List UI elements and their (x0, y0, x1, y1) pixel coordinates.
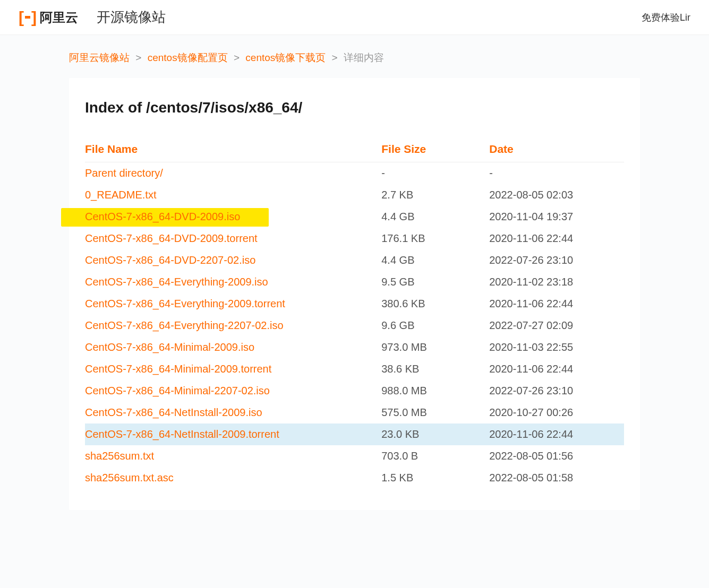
column-header-name: File Name (85, 137, 381, 162)
file-date: 2022-08-05 02:03 (489, 184, 624, 206)
table-row: sha256sum.txt.asc1.5 KB2022-08-05 01:58 (85, 467, 624, 489)
aliyun-logo-icon[interactable]: [ ] 阿里云 (19, 8, 78, 27)
breadcrumb-sep: > (135, 52, 141, 63)
file-date: 2020-11-06 22:44 (489, 293, 624, 315)
file-size: 973.0 MB (381, 336, 489, 358)
file-date: 2020-11-06 22:44 (489, 358, 624, 380)
breadcrumb-sep: > (332, 52, 338, 63)
file-link[interactable]: CentOS-7-x86_64-NetInstall-2009.torrent (85, 428, 279, 440)
table-row: CentOS-7-x86_64-Minimal-2207-02.iso988.0… (85, 380, 624, 402)
file-size: 4.4 GB (381, 206, 489, 228)
table-row: CentOS-7-x86_64-Everything-2207-02.iso9.… (85, 315, 624, 336)
table-row: CentOS-7-x86_64-DVD-2009.iso4.4 GB2020-1… (85, 206, 624, 228)
table-row: CentOS-7-x86_64-Everything-2009.iso9.5 G… (85, 271, 624, 293)
file-link[interactable]: CentOS-7-x86_64-Minimal-2009.torrent (85, 363, 271, 375)
file-link[interactable]: CentOS-7-x86_64-Everything-2009.iso (85, 276, 268, 288)
file-date: 2022-07-26 23:10 (489, 380, 624, 402)
file-link[interactable]: sha256sum.txt (85, 450, 154, 462)
file-link[interactable]: 0_README.txt (85, 189, 156, 201)
file-link[interactable]: CentOS-7-x86_64-Minimal-2207-02.iso (85, 385, 270, 396)
file-link[interactable]: CentOS-7-x86_64-DVD-2009.iso (85, 211, 240, 222)
table-row: CentOS-7-x86_64-DVD-2009.torrent176.1 KB… (85, 228, 624, 249)
table-row: CentOS-7-x86_64-NetInstall-2009.torrent2… (85, 423, 624, 445)
file-date: 2022-08-05 01:56 (489, 445, 624, 467)
table-row: Parent directory/-- (85, 162, 624, 185)
breadcrumb: 阿里云镜像站 > centos镜像配置页 > centos镜像下载页 > 详细内… (0, 35, 709, 78)
file-date: 2022-08-05 01:58 (489, 467, 624, 489)
file-link[interactable]: CentOS-7-x86_64-Everything-2009.torrent (85, 298, 285, 309)
column-header-date: Date (489, 137, 624, 162)
file-size: - (381, 162, 489, 185)
content-card: Index of /centos/7/isos/x86_64/ File Nam… (69, 78, 640, 510)
breadcrumb-current: 详细内容 (344, 52, 384, 63)
file-date: 2022-07-26 23:10 (489, 249, 624, 271)
file-link[interactable]: Parent directory/ (85, 167, 163, 179)
header-right-link[interactable]: 免费体验Lir (642, 11, 690, 24)
file-size: 23.0 KB (381, 423, 489, 445)
table-row: CentOS-7-x86_64-NetInstall-2009.iso575.0… (85, 402, 624, 423)
table-row: CentOS-7-x86_64-Minimal-2009.torrent38.6… (85, 358, 624, 380)
file-size: 1.5 KB (381, 467, 489, 489)
file-size: 176.1 KB (381, 228, 489, 249)
file-link[interactable]: CentOS-7-x86_64-DVD-2009.torrent (85, 232, 258, 244)
logo-area: [ ] 阿里云 开源镜像站 (19, 8, 642, 27)
file-link[interactable]: CentOS-7-x86_64-Minimal-2009.iso (85, 341, 254, 353)
file-date: 2020-11-02 23:18 (489, 271, 624, 293)
breadcrumb-link-2[interactable]: centos镜像下载页 (245, 52, 326, 63)
file-size: 9.6 GB (381, 315, 489, 336)
file-size: 380.6 KB (381, 293, 489, 315)
file-date: 2022-07-27 02:09 (489, 315, 624, 336)
file-link[interactable]: sha256sum.txt.asc (85, 472, 174, 483)
file-date: 2020-11-03 22:55 (489, 336, 624, 358)
file-table: File Name File Size Date Parent director… (85, 137, 624, 489)
table-row: sha256sum.txt703.0 B2022-08-05 01:56 (85, 445, 624, 467)
file-date: 2020-11-04 19:37 (489, 206, 624, 228)
page-title: Index of /centos/7/isos/x86_64/ (85, 99, 624, 116)
breadcrumb-link-1[interactable]: centos镜像配置页 (148, 52, 228, 63)
table-row: 0_README.txt2.7 KB2022-08-05 02:03 (85, 184, 624, 206)
file-size: 575.0 MB (381, 402, 489, 423)
file-size: 38.6 KB (381, 358, 489, 380)
file-size: 2.7 KB (381, 184, 489, 206)
file-date: 2020-10-27 00:26 (489, 402, 624, 423)
table-row: CentOS-7-x86_64-Minimal-2009.iso973.0 MB… (85, 336, 624, 358)
file-link[interactable]: CentOS-7-x86_64-Everything-2207-02.iso (85, 319, 284, 331)
breadcrumb-link-0[interactable]: 阿里云镜像站 (69, 52, 130, 63)
file-date: 2020-11-06 22:44 (489, 228, 624, 249)
file-link[interactable]: CentOS-7-x86_64-DVD-2207-02.iso (85, 254, 255, 266)
site-title: 开源镜像站 (97, 8, 166, 27)
table-row: CentOS-7-x86_64-DVD-2207-02.iso4.4 GB202… (85, 249, 624, 271)
logo-text: 阿里云 (40, 9, 78, 26)
breadcrumb-sep: > (234, 52, 240, 63)
file-size: 4.4 GB (381, 249, 489, 271)
file-size: 9.5 GB (381, 271, 489, 293)
file-size: 988.0 MB (381, 380, 489, 402)
column-header-size: File Size (381, 137, 489, 162)
file-date: 2020-11-06 22:44 (489, 423, 624, 445)
table-row: CentOS-7-x86_64-Everything-2009.torrent3… (85, 293, 624, 315)
file-date: - (489, 162, 624, 185)
header: [ ] 阿里云 开源镜像站 免费体验Lir (0, 0, 709, 35)
file-size: 703.0 B (381, 445, 489, 467)
file-link[interactable]: CentOS-7-x86_64-NetInstall-2009.iso (85, 407, 262, 418)
